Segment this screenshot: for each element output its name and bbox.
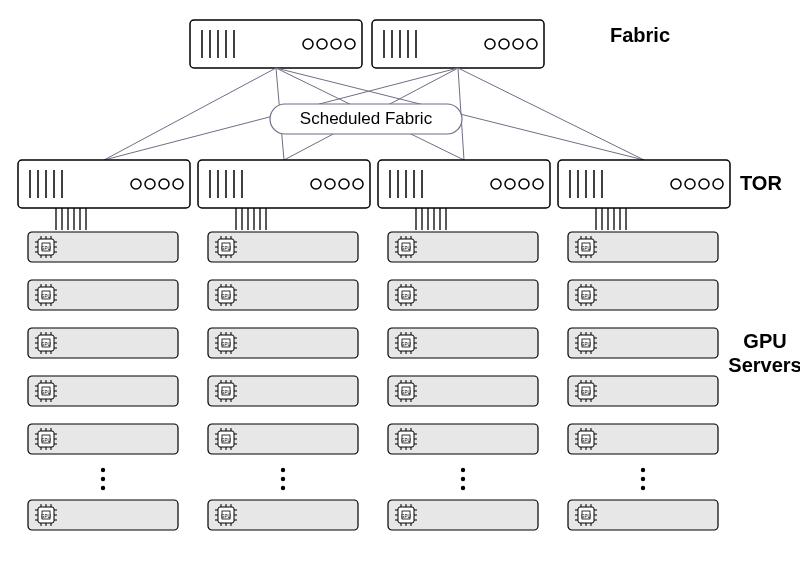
gpu-server: [208, 424, 358, 454]
gpu-server: [28, 376, 178, 406]
gpu-server-grid: [28, 232, 718, 530]
svg-line-34: [104, 68, 276, 160]
gpu-server: [568, 280, 718, 310]
gpu-server: [568, 328, 718, 358]
svg-line-41: [458, 68, 644, 160]
gpu-server: [28, 500, 178, 530]
gpu-server-column: [28, 232, 178, 530]
gpu-server: [388, 424, 538, 454]
gpu-server: [388, 328, 538, 358]
gpu-server: [208, 376, 358, 406]
ellipsis-icon: [461, 468, 465, 490]
gpu-server: [208, 328, 358, 358]
fabric-label: Fabric: [610, 24, 670, 46]
gpu-servers-label-line2: Servers: [728, 354, 800, 376]
ellipsis-icon: [101, 468, 105, 490]
gpu-server: [28, 328, 178, 358]
gpu-server: [28, 424, 178, 454]
tor-switch: [558, 160, 730, 208]
fabric-switch: [372, 20, 544, 68]
gpu-servers-label-line1: GPU: [743, 330, 786, 352]
gpu-server: [28, 232, 178, 262]
gpu-server-column: [208, 232, 358, 530]
gpu-server: [208, 280, 358, 310]
tor-switch: [378, 160, 550, 208]
tor-label: TOR: [740, 172, 782, 194]
tor-switch: [198, 160, 370, 208]
tor-server-cables: [56, 208, 626, 230]
gpu-server: [568, 232, 718, 262]
gpu-server-column: [388, 232, 538, 530]
fabric-layer: [190, 20, 544, 68]
gpu-server: [208, 500, 358, 530]
tor-switch: [18, 160, 190, 208]
scheduled-fabric-label: Scheduled Fabric: [300, 109, 433, 128]
gpu-server: [568, 500, 718, 530]
gpu-server: [388, 376, 538, 406]
ellipsis-icon: [641, 468, 645, 490]
gpu-server: [208, 232, 358, 262]
gpu-server: [568, 376, 718, 406]
gpu-server: [568, 424, 718, 454]
tor-layer: [18, 160, 730, 208]
gpu-server: [388, 232, 538, 262]
scheduled-fabric-node: Scheduled Fabric: [270, 104, 462, 134]
network-topology-diagram: GPU Fabric Scheduled Fabric TOR: [0, 0, 800, 581]
gpu-server: [388, 280, 538, 310]
ellipsis-icon: [281, 468, 285, 490]
fabric-switch: [190, 20, 362, 68]
gpu-server: [28, 280, 178, 310]
gpu-server: [388, 500, 538, 530]
gpu-server-column: [568, 232, 718, 530]
